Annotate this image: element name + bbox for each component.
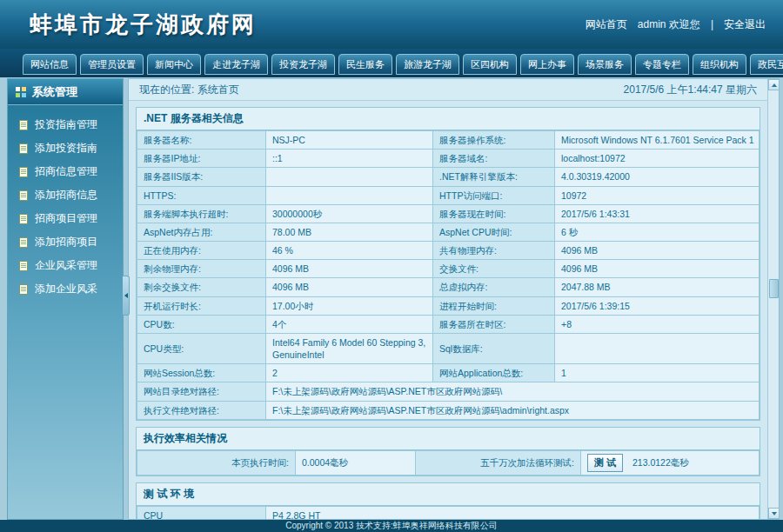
header-links: 网站首页 admin 欢迎您 | 安全退出 (586, 17, 766, 32)
field-label: 五千万次加法循环测试: (416, 450, 581, 475)
content-scrollbar[interactable] (767, 79, 779, 519)
nav-tab-scene-services[interactable]: 场景服务 (578, 54, 632, 75)
table-row: 服务器IIS版本: .NET解释引擎版本: 4.0.30319.42000 (137, 168, 760, 186)
nav-tab-news-center[interactable]: 新闻中心 (147, 54, 201, 75)
field-value (266, 186, 433, 204)
sidebar-item-investment-guide-add[interactable]: 添加投资指南 (8, 136, 123, 160)
logout-link[interactable]: 安全退出 (724, 17, 766, 32)
performance-title: 执行效率相关情况 (137, 428, 760, 450)
field-label: 服务器所在时区: (433, 315, 555, 333)
field-label: HTTPS: (137, 186, 266, 204)
field-label: 剩余物理内存: (137, 260, 266, 278)
nav-tab-about-longzihu[interactable]: 走进龙子湖 (204, 54, 268, 75)
user-greeting: admin 欢迎您 (638, 17, 700, 32)
document-icon (19, 120, 28, 130)
scrollbar-thumb[interactable] (769, 279, 779, 298)
document-icon (19, 214, 28, 224)
sidebar: 系统管理 投资指南管理 添加投资指南 招商信息管理 添加招商信息 招商项 (7, 78, 124, 520)
sidebar-item-merchants-project-add[interactable]: 添加招商项目 (8, 230, 123, 254)
field-value: F:\未上架源码\政府网站源码\ASP.NET市区政府网站源码\admin\ri… (266, 401, 760, 419)
scroll-down-button[interactable] (768, 508, 780, 519)
document-icon (19, 190, 28, 201)
table-row: 服务器名称: NSJ-PC 服务器操作系统: Microsoft Windows… (137, 131, 760, 150)
menu-grid-icon (16, 87, 26, 97)
nav-tab-tourism-longzihu[interactable]: 旅游龙子湖 (396, 54, 459, 75)
document-icon (19, 261, 28, 271)
performance-table: 本页执行时间: 0.0004毫秒 五千万次加法循环测试: 测 试 213.012… (137, 450, 760, 475)
site-title: 蚌埠市龙子湖政府网 (30, 10, 257, 40)
sidebar-collapse-handle[interactable] (123, 276, 130, 316)
sidebar-item-investment-guide-manage[interactable]: 投资指南管理 (8, 113, 123, 136)
field-value (266, 168, 433, 186)
sidebar-item-label: 添加企业风采 (35, 282, 97, 296)
nav-tab-district-agencies[interactable]: 区四机构 (463, 54, 517, 75)
site-header: 蚌埠市龙子湖政府网 网站首页 admin 欢迎您 | 安全退出 (0, 0, 783, 49)
scroll-up-button[interactable] (768, 79, 780, 90)
field-value: 6 秒 (555, 223, 760, 241)
field-value: 30000000秒 (266, 204, 433, 223)
sidebar-menu: 投资指南管理 添加投资指南 招商信息管理 添加招商信息 招商项目管理 添加招商项… (8, 105, 123, 301)
table-row: CPU P4 2.8G HT (137, 506, 760, 520)
table-row: CPU数: 4个 服务器所在时区: +8 (137, 315, 760, 333)
copyright-text: Copyright © 2013 技术支持:蚌埠奥祥网络科技有限公司 (285, 520, 498, 532)
body-area: 系统管理 投资指南管理 添加投资指南 招商信息管理 添加招商信息 招商项 (0, 77, 783, 520)
nav-tab-public-interaction[interactable]: 政民互动 (750, 54, 783, 75)
field-value: +8 (555, 315, 760, 333)
field-value: P4 2.8G HT (266, 506, 760, 520)
sidebar-item-enterprise-showcase-manage[interactable]: 企业风采管理 (8, 254, 123, 277)
field-label: 本页执行时间: (137, 450, 296, 475)
field-label: 进程开始时间: (433, 296, 555, 315)
sidebar-item-enterprise-showcase-add[interactable]: 添加企业风采 (8, 277, 123, 301)
arrow-up-icon (772, 83, 777, 87)
field-value: 1 (555, 364, 760, 382)
field-value: 78.00 MB (266, 223, 433, 241)
nav-tab-special-topics[interactable]: 专题专栏 (635, 54, 689, 75)
performance-section: 执行效率相关情况 本页执行时间: 0.0004毫秒 五千万次加法循环测试: 测 … (136, 427, 760, 476)
document-icon (19, 237, 28, 248)
breadcrumb-bar: 现在的位置: 系统首页 2017/5/6 上午1:44:47 星期六 (129, 79, 767, 101)
nav-tab-site-info[interactable]: 网站信息 (23, 54, 77, 75)
nav-tab-livelihood-services[interactable]: 民生服务 (338, 54, 392, 75)
admin-page: 蚌埠市龙子湖政府网 网站首页 admin 欢迎您 | 安全退出 网站信息 管理员… (0, 0, 783, 532)
document-icon (19, 284, 28, 295)
nav-tab-invest-longzihu[interactable]: 投资龙子湖 (271, 54, 335, 75)
test-env-title: 测 试 环 境 (137, 483, 760, 506)
field-value: 4.0.30319.42000 (555, 168, 760, 186)
loop-test-result: 213.0122毫秒 (632, 457, 689, 468)
field-label: AspNet内存占用: (137, 223, 266, 241)
field-value: 2 (266, 364, 433, 382)
field-label: 网站Session总数: (137, 364, 266, 382)
field-label: 服务器域名: (433, 150, 555, 168)
field-value: 2047.88 MB (555, 278, 760, 296)
document-icon (19, 143, 28, 154)
field-label: 剩余交换文件: (137, 278, 266, 296)
field-value: Microsoft Windows NT 6.1.7601 Service Pa… (555, 131, 760, 150)
sidebar-item-merchants-info-add[interactable]: 添加招商信息 (8, 183, 123, 207)
field-label: Sql数据库: (433, 333, 555, 363)
test-button[interactable]: 测 试 (587, 454, 623, 472)
field-value: 17.00小时 (266, 296, 433, 315)
nav-tab-organizations[interactable]: 组织机构 (693, 54, 746, 75)
sidebar-item-merchants-project-manage[interactable]: 招商项目管理 (8, 207, 123, 230)
field-label: 服务端脚本执行超时: (137, 204, 266, 223)
field-label: 服务器操作系统: (433, 131, 555, 150)
sidebar-item-label: 企业风采管理 (35, 258, 97, 273)
table-row: 网站Session总数: 2 网站Application总数: 1 (137, 364, 760, 382)
field-value: 10972 (555, 186, 760, 204)
home-link[interactable]: 网站首页 (586, 17, 627, 32)
sidebar-item-label: 投资指南管理 (35, 117, 97, 132)
link-separator: | (711, 18, 713, 30)
server-info-section: .NET 服务器相关信息 服务器名称: NSJ-PC 服务器操作系统: Micr… (136, 107, 760, 421)
field-value: ::1 (266, 150, 433, 168)
nav-tab-online-services[interactable]: 网上办事 (520, 54, 574, 75)
nav-tab-admin-settings[interactable]: 管理员设置 (80, 54, 144, 75)
field-value: 2017/5/6 1:43:31 (555, 204, 760, 223)
field-label: 网站目录绝对路径: (137, 382, 266, 401)
field-label: 共有物理内存: (433, 242, 555, 260)
table-row: 剩余物理内存: 4096 MB 交换文件: 4096 MB (137, 260, 760, 278)
field-label: 服务器IP地址: (137, 150, 266, 168)
field-value: 4096 MB (266, 278, 433, 296)
test-env-table: CPU P4 2.8G HT 内存 256 MB * 4 双通道 环境 Win … (137, 506, 760, 520)
field-value: F:\未上架源码\政府网站源码\ASP.NET市区政府网站源码\ (266, 382, 760, 401)
sidebar-item-merchants-info-manage[interactable]: 招商信息管理 (8, 160, 123, 183)
